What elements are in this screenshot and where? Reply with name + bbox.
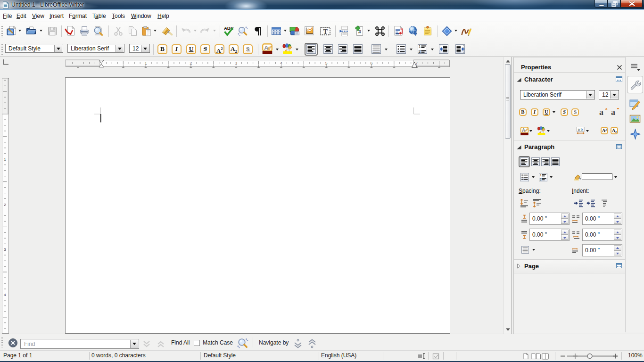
svg-text:1: 1 [4,157,6,162]
svg-text:a: a [599,107,603,117]
svg-text:5: 5 [325,61,328,66]
svg-text:1: 1 [145,61,147,66]
svg-text:#: # [358,29,361,34]
svg-text:a b: a b [578,127,583,132]
svg-text:1: 1 [419,44,421,49]
svg-text:A: A [522,127,526,133]
svg-text:T: T [323,28,328,35]
svg-text:3: 3 [235,61,237,66]
svg-text:4: 4 [4,293,6,297]
svg-text:a: a [611,107,615,117]
svg-text:2: 2 [540,177,542,181]
svg-text:6: 6 [371,61,373,66]
svg-text:4: 4 [280,61,282,66]
svg-text:3: 3 [4,247,6,252]
svg-text:2: 2 [4,203,6,207]
svg-text:A: A [264,44,269,51]
svg-text:2: 2 [190,61,192,66]
svg-text:2: 2 [419,49,421,54]
